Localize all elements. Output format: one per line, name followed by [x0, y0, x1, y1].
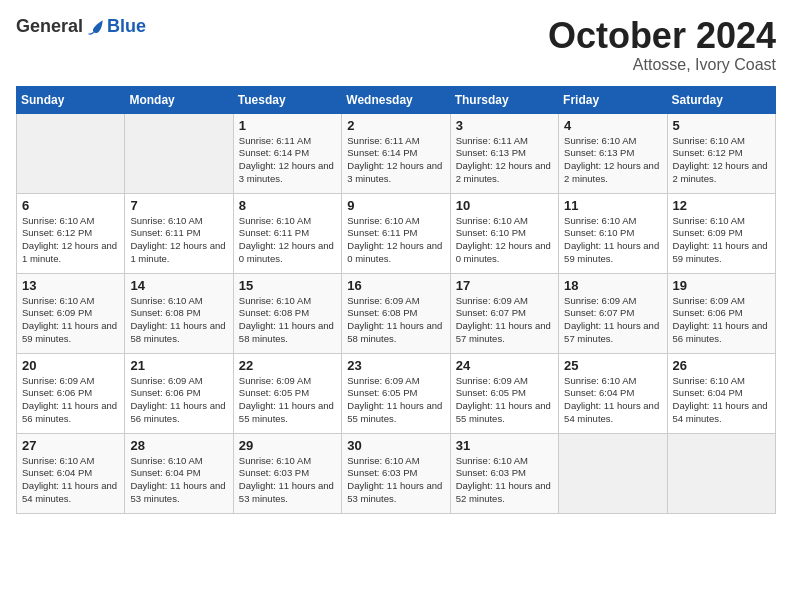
day-number: 29 [239, 438, 336, 453]
calendar-cell: 23Sunrise: 6:09 AM Sunset: 6:05 PM Dayli… [342, 353, 450, 433]
cell-info: Sunrise: 6:11 AM Sunset: 6:13 PM Dayligh… [456, 135, 553, 186]
day-number: 19 [673, 278, 770, 293]
day-number: 18 [564, 278, 661, 293]
cell-info: Sunrise: 6:10 AM Sunset: 6:13 PM Dayligh… [564, 135, 661, 186]
cell-info: Sunrise: 6:10 AM Sunset: 6:10 PM Dayligh… [456, 215, 553, 266]
cell-info: Sunrise: 6:09 AM Sunset: 6:05 PM Dayligh… [239, 375, 336, 426]
location-subtitle: Attosse, Ivory Coast [548, 56, 776, 74]
day-number: 21 [130, 358, 227, 373]
calendar-cell: 5Sunrise: 6:10 AM Sunset: 6:12 PM Daylig… [667, 113, 775, 193]
calendar-cell: 4Sunrise: 6:10 AM Sunset: 6:13 PM Daylig… [559, 113, 667, 193]
calendar-cell: 3Sunrise: 6:11 AM Sunset: 6:13 PM Daylig… [450, 113, 558, 193]
week-row-4: 20Sunrise: 6:09 AM Sunset: 6:06 PM Dayli… [17, 353, 776, 433]
cell-info: Sunrise: 6:10 AM Sunset: 6:03 PM Dayligh… [456, 455, 553, 506]
cell-info: Sunrise: 6:10 AM Sunset: 6:04 PM Dayligh… [673, 375, 770, 426]
calendar-cell: 27Sunrise: 6:10 AM Sunset: 6:04 PM Dayli… [17, 433, 125, 513]
cell-info: Sunrise: 6:10 AM Sunset: 6:11 PM Dayligh… [239, 215, 336, 266]
day-number: 6 [22, 198, 119, 213]
day-number: 17 [456, 278, 553, 293]
header-cell-wednesday: Wednesday [342, 86, 450, 113]
calendar-cell: 13Sunrise: 6:10 AM Sunset: 6:09 PM Dayli… [17, 273, 125, 353]
day-number: 3 [456, 118, 553, 133]
cell-info: Sunrise: 6:09 AM Sunset: 6:06 PM Dayligh… [673, 295, 770, 346]
cell-info: Sunrise: 6:09 AM Sunset: 6:07 PM Dayligh… [456, 295, 553, 346]
calendar-cell: 31Sunrise: 6:10 AM Sunset: 6:03 PM Dayli… [450, 433, 558, 513]
cell-info: Sunrise: 6:09 AM Sunset: 6:07 PM Dayligh… [564, 295, 661, 346]
calendar-cell: 20Sunrise: 6:09 AM Sunset: 6:06 PM Dayli… [17, 353, 125, 433]
calendar-cell: 8Sunrise: 6:10 AM Sunset: 6:11 PM Daylig… [233, 193, 341, 273]
calendar-table: SundayMondayTuesdayWednesdayThursdayFrid… [16, 86, 776, 514]
cell-info: Sunrise: 6:09 AM Sunset: 6:06 PM Dayligh… [22, 375, 119, 426]
day-number: 23 [347, 358, 444, 373]
day-number: 20 [22, 358, 119, 373]
calendar-cell: 9Sunrise: 6:10 AM Sunset: 6:11 PM Daylig… [342, 193, 450, 273]
logo-blue-text: Blue [107, 16, 146, 37]
day-number: 12 [673, 198, 770, 213]
cell-info: Sunrise: 6:10 AM Sunset: 6:04 PM Dayligh… [22, 455, 119, 506]
calendar-cell: 19Sunrise: 6:09 AM Sunset: 6:06 PM Dayli… [667, 273, 775, 353]
cell-info: Sunrise: 6:10 AM Sunset: 6:03 PM Dayligh… [347, 455, 444, 506]
logo-general-text: General [16, 16, 83, 37]
header-row: SundayMondayTuesdayWednesdayThursdayFrid… [17, 86, 776, 113]
header-cell-tuesday: Tuesday [233, 86, 341, 113]
day-number: 26 [673, 358, 770, 373]
week-row-2: 6Sunrise: 6:10 AM Sunset: 6:12 PM Daylig… [17, 193, 776, 273]
cell-info: Sunrise: 6:11 AM Sunset: 6:14 PM Dayligh… [239, 135, 336, 186]
calendar-cell [559, 433, 667, 513]
calendar-cell: 24Sunrise: 6:09 AM Sunset: 6:05 PM Dayli… [450, 353, 558, 433]
cell-info: Sunrise: 6:10 AM Sunset: 6:03 PM Dayligh… [239, 455, 336, 506]
day-number: 2 [347, 118, 444, 133]
day-number: 28 [130, 438, 227, 453]
calendar-cell [667, 433, 775, 513]
calendar-cell: 17Sunrise: 6:09 AM Sunset: 6:07 PM Dayli… [450, 273, 558, 353]
cell-info: Sunrise: 6:10 AM Sunset: 6:09 PM Dayligh… [673, 215, 770, 266]
calendar-cell: 29Sunrise: 6:10 AM Sunset: 6:03 PM Dayli… [233, 433, 341, 513]
cell-info: Sunrise: 6:10 AM Sunset: 6:11 PM Dayligh… [347, 215, 444, 266]
header-cell-friday: Friday [559, 86, 667, 113]
day-number: 1 [239, 118, 336, 133]
calendar-cell: 12Sunrise: 6:10 AM Sunset: 6:09 PM Dayli… [667, 193, 775, 273]
calendar-cell: 16Sunrise: 6:09 AM Sunset: 6:08 PM Dayli… [342, 273, 450, 353]
calendar-cell: 7Sunrise: 6:10 AM Sunset: 6:11 PM Daylig… [125, 193, 233, 273]
day-number: 16 [347, 278, 444, 293]
calendar-cell: 21Sunrise: 6:09 AM Sunset: 6:06 PM Dayli… [125, 353, 233, 433]
calendar-cell: 26Sunrise: 6:10 AM Sunset: 6:04 PM Dayli… [667, 353, 775, 433]
day-number: 13 [22, 278, 119, 293]
day-number: 8 [239, 198, 336, 213]
calendar-cell [125, 113, 233, 193]
calendar-cell: 11Sunrise: 6:10 AM Sunset: 6:10 PM Dayli… [559, 193, 667, 273]
day-number: 22 [239, 358, 336, 373]
cell-info: Sunrise: 6:09 AM Sunset: 6:05 PM Dayligh… [347, 375, 444, 426]
day-number: 5 [673, 118, 770, 133]
week-row-1: 1Sunrise: 6:11 AM Sunset: 6:14 PM Daylig… [17, 113, 776, 193]
cell-info: Sunrise: 6:09 AM Sunset: 6:05 PM Dayligh… [456, 375, 553, 426]
day-number: 11 [564, 198, 661, 213]
day-number: 7 [130, 198, 227, 213]
calendar-cell: 15Sunrise: 6:10 AM Sunset: 6:08 PM Dayli… [233, 273, 341, 353]
calendar-cell: 25Sunrise: 6:10 AM Sunset: 6:04 PM Dayli… [559, 353, 667, 433]
day-number: 27 [22, 438, 119, 453]
calendar-cell: 30Sunrise: 6:10 AM Sunset: 6:03 PM Dayli… [342, 433, 450, 513]
cell-info: Sunrise: 6:10 AM Sunset: 6:12 PM Dayligh… [673, 135, 770, 186]
day-number: 30 [347, 438, 444, 453]
month-title: October 2024 [548, 16, 776, 56]
calendar-cell: 28Sunrise: 6:10 AM Sunset: 6:04 PM Dayli… [125, 433, 233, 513]
day-number: 15 [239, 278, 336, 293]
calendar-cell: 1Sunrise: 6:11 AM Sunset: 6:14 PM Daylig… [233, 113, 341, 193]
cell-info: Sunrise: 6:10 AM Sunset: 6:11 PM Dayligh… [130, 215, 227, 266]
cell-info: Sunrise: 6:11 AM Sunset: 6:14 PM Dayligh… [347, 135, 444, 186]
calendar-cell [17, 113, 125, 193]
week-row-3: 13Sunrise: 6:10 AM Sunset: 6:09 PM Dayli… [17, 273, 776, 353]
header-cell-sunday: Sunday [17, 86, 125, 113]
day-number: 4 [564, 118, 661, 133]
calendar-cell: 10Sunrise: 6:10 AM Sunset: 6:10 PM Dayli… [450, 193, 558, 273]
cell-info: Sunrise: 6:10 AM Sunset: 6:04 PM Dayligh… [130, 455, 227, 506]
cell-info: Sunrise: 6:10 AM Sunset: 6:04 PM Dayligh… [564, 375, 661, 426]
day-number: 25 [564, 358, 661, 373]
calendar-cell: 6Sunrise: 6:10 AM Sunset: 6:12 PM Daylig… [17, 193, 125, 273]
day-number: 9 [347, 198, 444, 213]
header-cell-monday: Monday [125, 86, 233, 113]
header-cell-saturday: Saturday [667, 86, 775, 113]
cell-info: Sunrise: 6:10 AM Sunset: 6:08 PM Dayligh… [239, 295, 336, 346]
logo: General Blue [16, 16, 146, 37]
